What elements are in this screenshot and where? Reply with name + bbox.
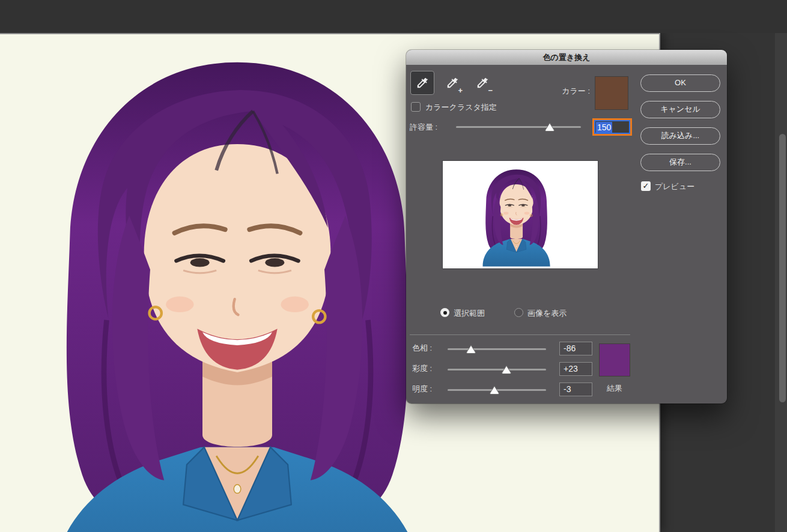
preview-label: プレビュー: [655, 181, 694, 192]
eyedropper-tool-button[interactable]: [410, 71, 434, 95]
fuzziness-slider-track[interactable]: [456, 126, 581, 128]
sample-color-label: カラー :: [550, 86, 590, 97]
eyedropper-icon: [416, 76, 429, 89]
saturation-label: 彩度 :: [412, 363, 432, 374]
plus-badge: +: [458, 86, 463, 94]
save-button[interactable]: 保存...: [640, 154, 720, 171]
hue-label: 色相 :: [412, 343, 432, 354]
hue-slider-track[interactable]: [448, 348, 546, 350]
fuzziness-value: 150: [596, 122, 612, 133]
result-label: 結果: [599, 383, 630, 394]
check-icon: ✓: [643, 181, 649, 190]
eyedropper-plus-icon: [446, 76, 459, 89]
minus-badge: −: [488, 86, 493, 94]
saturation-value-field[interactable]: +23: [559, 362, 592, 376]
image-radio[interactable]: [514, 308, 523, 317]
lightness-slider-thumb[interactable]: [489, 385, 500, 394]
sample-color-swatch[interactable]: [595, 76, 628, 110]
saturation-slider-track[interactable]: [448, 369, 546, 370]
selection-radio-label: 選択範囲: [454, 308, 485, 319]
color-cluster-checkbox[interactable]: [411, 102, 421, 112]
load-button[interactable]: 読み込み...: [640, 127, 720, 145]
ok-button[interactable]: OK: [640, 74, 720, 92]
hue-value-field[interactable]: -86: [559, 342, 592, 355]
dialog-title[interactable]: 色の置き換え: [406, 50, 727, 65]
vertical-scrollbar[interactable]: [779, 134, 786, 402]
replace-color-dialog: 色の置き換え + − カラークラスタ指定 許容量 : 150 カラー : OK …: [406, 50, 727, 404]
app-top-bar: [0, 0, 787, 33]
fuzziness-slider-thumb[interactable]: [544, 122, 555, 131]
color-cluster-label: カラークラスタ指定: [425, 102, 497, 113]
preview-checkbox[interactable]: ✓: [641, 181, 651, 191]
lightness-value-field[interactable]: -3: [559, 382, 592, 396]
lightness-label: 明度 :: [412, 384, 432, 394]
fuzziness-label: 許容量 :: [410, 122, 437, 133]
selection-radio[interactable]: [440, 308, 449, 317]
result-color-swatch: [599, 343, 630, 376]
saturation-slider-thumb[interactable]: [501, 365, 512, 374]
eyedropper-minus-icon: [476, 76, 489, 89]
eyedropper-subtract-tool-button[interactable]: −: [470, 71, 494, 95]
hue-slider-thumb[interactable]: [466, 345, 476, 354]
divider: [410, 334, 630, 335]
image-radio-label: 画像を表示: [527, 308, 567, 319]
fuzziness-input[interactable]: 150: [592, 118, 632, 136]
selection-preview-thumbnail[interactable]: [443, 161, 598, 268]
cancel-button[interactable]: キャンセル: [640, 101, 720, 118]
eyedropper-add-tool-button[interactable]: +: [440, 71, 464, 95]
